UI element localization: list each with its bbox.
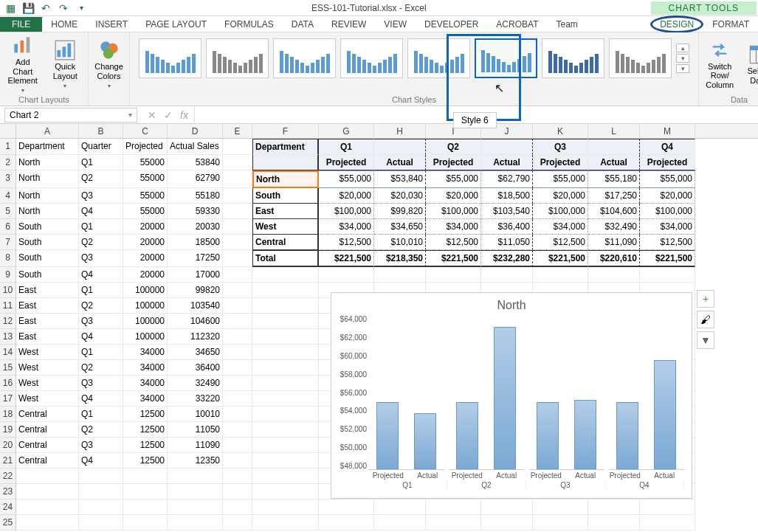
cell[interactable]: North — [16, 170, 79, 188]
cell[interactable]: 100000 — [123, 329, 168, 345]
cell[interactable]: Central — [16, 422, 79, 438]
cell[interactable] — [426, 515, 481, 531]
cell[interactable]: East — [16, 298, 79, 314]
cell[interactable]: Central — [16, 438, 79, 453]
cell[interactable]: 18500 — [168, 235, 223, 250]
cell[interactable] — [481, 267, 533, 283]
chart-bar[interactable] — [654, 360, 676, 469]
chart-bar[interactable] — [494, 327, 516, 469]
quick-layout-button[interactable]: Quick Layout ▾ — [47, 40, 84, 89]
row-header[interactable]: 1 — [0, 139, 16, 155]
col-header[interactable]: L — [588, 124, 640, 138]
row-header[interactable]: 9 — [0, 267, 16, 283]
chart-bar[interactable] — [414, 413, 436, 469]
cell[interactable]: $62,790 — [481, 170, 533, 188]
cell[interactable]: Q2 — [426, 139, 481, 155]
cell[interactable] — [123, 484, 168, 500]
cell[interactable]: $20,000 — [319, 188, 374, 204]
cell[interactable]: Projected — [533, 155, 588, 170]
cell[interactable] — [223, 298, 252, 314]
cell[interactable]: $53,840 — [374, 170, 426, 188]
gallery-scroll[interactable]: ▾ — [676, 64, 689, 73]
cell[interactable]: 100000 — [123, 283, 168, 298]
cell[interactable] — [223, 360, 252, 376]
cell[interactable]: 20000 — [123, 219, 168, 235]
undo-icon[interactable]: ↶ — [40, 2, 52, 14]
cell[interactable] — [426, 267, 481, 283]
chart-bar[interactable] — [574, 400, 596, 469]
chart-style-option[interactable] — [340, 38, 403, 78]
cell[interactable]: 20000 — [123, 267, 168, 283]
cell[interactable]: Q1 — [79, 219, 123, 235]
cell[interactable]: 34650 — [168, 345, 223, 360]
cell[interactable] — [252, 484, 319, 500]
cell[interactable]: Actual — [481, 155, 533, 170]
chart-title[interactable]: North — [331, 293, 692, 315]
cell[interactable]: Actual — [374, 155, 426, 170]
chart-styles-button[interactable]: 🖌 — [697, 311, 714, 328]
cell[interactable]: Q1 — [79, 283, 123, 298]
enter-formula-icon[interactable]: ✓ — [164, 109, 173, 121]
cell[interactable] — [168, 484, 223, 500]
cell[interactable] — [223, 329, 252, 345]
cell[interactable]: $34,000 — [533, 219, 588, 235]
row-header[interactable]: 18 — [0, 407, 16, 422]
cell[interactable]: $55,000 — [426, 170, 481, 188]
cell[interactable] — [123, 500, 168, 515]
cell[interactable] — [252, 329, 319, 345]
cell[interactable]: 59330 — [168, 204, 223, 219]
cell[interactable] — [252, 376, 319, 391]
cell[interactable] — [481, 500, 533, 515]
cell[interactable]: Quarter — [79, 139, 123, 155]
cell[interactable] — [223, 469, 252, 484]
cell[interactable]: $20,000 — [640, 188, 695, 204]
cell[interactable]: East — [16, 314, 79, 329]
cell[interactable]: Q3 — [79, 376, 123, 391]
cell[interactable] — [374, 515, 426, 531]
cell[interactable]: $220,610 — [588, 250, 640, 267]
cell[interactable]: $104,600 — [588, 204, 640, 219]
cell[interactable]: 32490 — [168, 376, 223, 391]
cell[interactable]: 104600 — [168, 314, 223, 329]
cell[interactable]: Projected — [123, 139, 168, 155]
cell[interactable]: 33220 — [168, 391, 223, 407]
chart-bar[interactable] — [456, 402, 478, 469]
row-header[interactable]: 20 — [0, 438, 16, 453]
cell[interactable]: 20030 — [168, 219, 223, 235]
cell[interactable]: 99820 — [168, 283, 223, 298]
cell[interactable] — [252, 391, 319, 407]
cell[interactable] — [79, 515, 123, 531]
cell[interactable]: 55000 — [123, 170, 168, 188]
cell[interactable]: Q1 — [79, 407, 123, 422]
row-header[interactable]: 12 — [0, 314, 16, 329]
cell[interactable]: 12350 — [168, 453, 223, 469]
cell[interactable]: 55180 — [168, 188, 223, 204]
chart-style-option[interactable] — [542, 38, 604, 78]
cell[interactable] — [252, 515, 319, 531]
cell[interactable] — [223, 345, 252, 360]
spreadsheet-grid[interactable]: ABCDEFGHIJKLM 1DepartmentQuarterProjecte… — [0, 124, 758, 532]
cell[interactable]: $99,820 — [374, 204, 426, 219]
cell[interactable]: 12500 — [123, 453, 168, 469]
cell[interactable]: Projected — [319, 155, 374, 170]
cell[interactable]: $100,000 — [640, 204, 695, 219]
cell[interactable] — [252, 345, 319, 360]
cell[interactable]: Q3 — [79, 438, 123, 453]
row-header[interactable]: 17 — [0, 391, 16, 407]
cell[interactable] — [252, 422, 319, 438]
cell[interactable] — [223, 422, 252, 438]
cell[interactable] — [426, 500, 481, 515]
cell[interactable]: West — [252, 219, 319, 235]
cell[interactable] — [16, 469, 79, 484]
cell[interactable] — [223, 170, 252, 188]
row-header[interactable]: 22 — [0, 469, 16, 484]
col-header[interactable]: B — [79, 124, 123, 138]
cell[interactable] — [252, 298, 319, 314]
row-header[interactable]: 14 — [0, 345, 16, 360]
cell[interactable]: 100000 — [123, 298, 168, 314]
cell[interactable] — [223, 204, 252, 219]
cell[interactable]: $10,010 — [374, 235, 426, 250]
chart-filter-button[interactable]: ▼ — [697, 331, 714, 349]
gallery-scroll[interactable]: ▾ — [676, 54, 689, 63]
cell[interactable] — [640, 515, 695, 531]
